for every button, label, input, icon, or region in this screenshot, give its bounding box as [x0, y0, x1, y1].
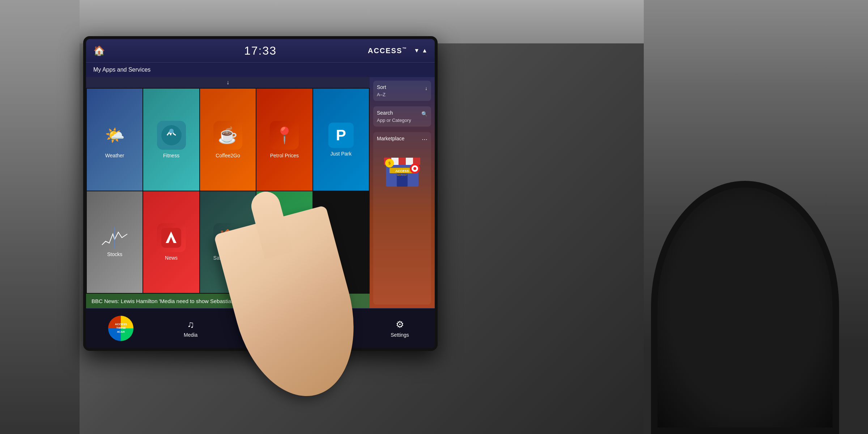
top-bar: 🏠 17:33 ACCESS™ ▼ ▲: [86, 39, 435, 63]
stocks-label: Stocks: [107, 251, 122, 257]
weather-icon: 🌤️: [100, 121, 129, 150]
brand-logo: ACCESS™: [368, 46, 407, 55]
news-label: News: [165, 255, 178, 261]
app-tile-coffee[interactable]: ☕ Coffee2Go: [200, 89, 256, 191]
search-row: Search 🔍: [377, 110, 427, 118]
time-display: 17:33: [244, 44, 277, 58]
justpark-icon: P: [328, 123, 354, 148]
marketplace-row: Marketplace ⋯: [377, 136, 427, 143]
media-label: Media: [184, 332, 197, 338]
steering-wheel: [651, 181, 839, 434]
marketplace-section[interactable]: Marketplace ⋯: [373, 132, 431, 305]
search-icon: 🔍: [421, 111, 427, 117]
coffee-icon: ☕: [213, 121, 242, 150]
download-bar: ↓: [86, 77, 370, 88]
marketplace-icon: ⋯: [422, 136, 427, 143]
search-placeholder-row: App or Category: [377, 118, 427, 123]
sort-value-row: A–Z: [377, 92, 427, 97]
sort-value: A–Z: [377, 92, 386, 97]
svg-rect-10: [406, 158, 413, 165]
sort-row: Sort ↓: [377, 84, 427, 92]
petrol-label: Petrol Prices: [270, 153, 299, 158]
section-title-bar: My Apps and Services: [86, 63, 435, 77]
justpark-label: Just Park: [331, 151, 352, 157]
coffee-label: Coffee2Go: [216, 153, 240, 158]
wifi-icon: ▼: [414, 47, 420, 54]
app-tile-petrol[interactable]: 📍 Petrol Prices: [256, 89, 312, 191]
app-tile-justpark[interactable]: P Just Park: [313, 89, 369, 191]
download-arrow: ↓: [226, 79, 229, 86]
bottom-settings[interactable]: ⚙ Settings: [382, 319, 418, 338]
petrol-icon: 📍: [270, 121, 299, 150]
bottom-media[interactable]: ♫ Media: [173, 319, 209, 338]
logo-text: ACCESSTWINE4CAR: [115, 323, 127, 334]
sort-label: Sort: [377, 84, 386, 90]
search-label: Search: [377, 110, 393, 116]
app-tile-weather[interactable]: 🌤️ Weather: [87, 89, 142, 191]
sidebar: Sort ↓ A–Z Search 🔍 App or Category: [370, 77, 435, 308]
news-icon: [157, 223, 186, 252]
section-title: My Apps and Services: [93, 67, 150, 73]
svg-text:$: $: [388, 161, 391, 165]
app-tile-news[interactable]: News: [143, 191, 199, 293]
bottom-logo[interactable]: ACCESSTWINE4CAR: [103, 316, 139, 341]
svg-point-21: [413, 167, 416, 170]
svg-text:MARKET: MARKET: [397, 174, 408, 176]
marketplace-illustration: ACCESS MARKET $: [380, 147, 424, 190]
media-icon: ♫: [187, 319, 194, 330]
market-svg: ACCESS MARKET $: [380, 147, 424, 190]
settings-label: Settings: [391, 332, 409, 338]
svg-text:ACCESS: ACCESS: [395, 169, 409, 173]
fitness-icon: [157, 121, 186, 150]
app-tile-stocks[interactable]: Stocks: [87, 191, 142, 293]
fitness-label: Fitness: [163, 153, 179, 158]
marketplace-label: Marketplace: [377, 136, 404, 141]
app-tile-fitness[interactable]: Fitness: [143, 89, 199, 191]
svg-rect-9: [399, 158, 406, 165]
news-svg: [161, 228, 181, 248]
settings-icon: ⚙: [396, 319, 404, 330]
stocks-chart: [100, 227, 129, 248]
home-icon[interactable]: 🏠: [93, 45, 105, 56]
car-left-panel: [0, 0, 80, 434]
top-bar-right: ACCESS™ ▼ ▲: [368, 46, 427, 55]
sort-arrow-icon[interactable]: ↓: [425, 85, 427, 91]
search-section[interactable]: Search 🔍 App or Category: [373, 106, 431, 127]
weather-label: Weather: [105, 153, 124, 158]
svg-point-0: [161, 125, 182, 145]
status-icons: ▼ ▲: [414, 47, 427, 54]
fitness-svg: [161, 124, 182, 146]
sort-section: Sort ↓ A–Z: [373, 81, 431, 101]
signal-icon: ▲: [422, 47, 427, 54]
logo-badge: ACCESSTWINE4CAR: [108, 316, 133, 341]
search-placeholder: App or Category: [377, 118, 411, 123]
